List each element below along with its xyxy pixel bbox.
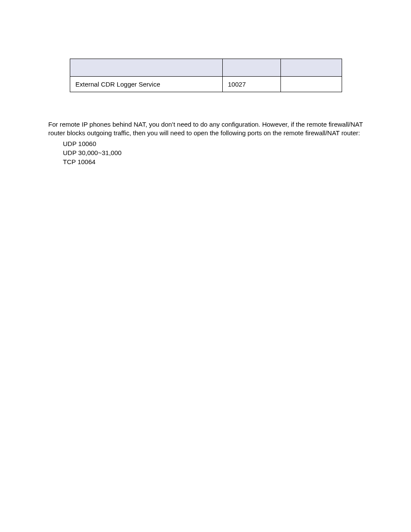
list-item: TCP 10064 [63,158,121,165]
table-header-row [70,59,342,77]
list-item: UDP 30,000~31,000 [63,149,121,156]
ports-table: External CDR Logger Service 10027 [70,59,342,92]
nat-paragraph: For remote IP phones behind NAT, you don… [48,120,367,137]
table: External CDR Logger Service 10027 [70,59,342,92]
table-header-cell [281,59,342,77]
document-page: External CDR Logger Service 10027 For re… [0,0,411,532]
table-row: External CDR Logger Service 10027 [70,77,342,92]
ports-list: UDP 10060 UDP 30,000~31,000 TCP 10064 [63,140,121,167]
service-name-cell: External CDR Logger Service [70,77,223,92]
port-cell: 10027 [223,77,281,92]
extra-cell [281,77,342,92]
table-header-cell [223,59,281,77]
table-header-cell [70,59,223,77]
list-item: UDP 10060 [63,140,121,147]
